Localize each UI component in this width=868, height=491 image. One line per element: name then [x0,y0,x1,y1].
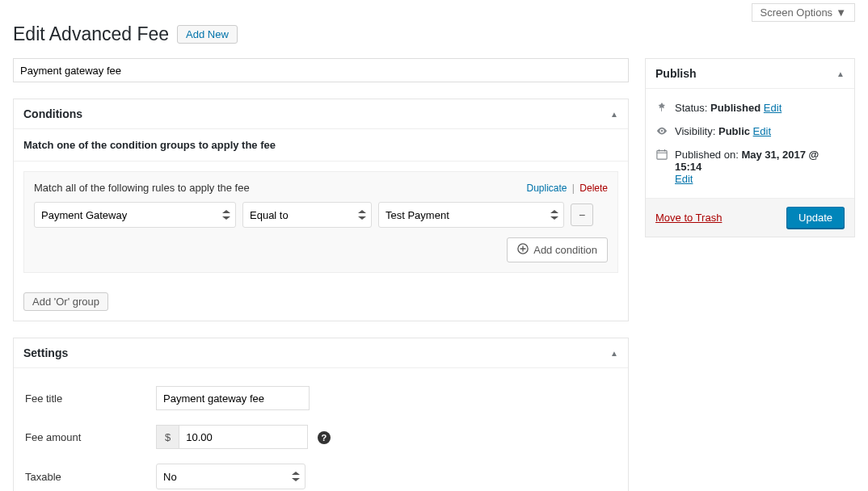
edit-published-link[interactable]: Edit [675,173,693,185]
plus-circle-icon [517,243,529,257]
collapse-conditions-icon[interactable]: ▲ [610,110,618,119]
status-label: Status: [675,102,707,114]
pin-icon [655,102,668,115]
help-icon[interactable]: ? [318,431,331,444]
conditions-panel-title: Conditions [23,107,82,120]
publish-panel-title: Publish [655,67,697,80]
move-to-trash-link[interactable]: Move to Trash [655,212,722,224]
edit-status-link[interactable]: Edit [764,102,782,114]
minus-icon: − [579,208,585,221]
conditions-intro: Match one of the condition groups to app… [14,129,628,162]
taxable-select[interactable]: No [156,464,305,489]
update-button[interactable]: Update [786,207,845,229]
visibility-label: Visibility: [675,125,715,137]
visibility-value: Public [718,125,750,137]
condition-field-select[interactable]: Payment Gateway [34,202,236,228]
fee-title-input[interactable] [156,386,310,410]
post-title-input[interactable] [13,58,629,82]
collapse-settings-icon[interactable]: ▲ [610,349,618,358]
calendar-icon [655,149,668,162]
condition-group-title: Match all of the following rules to appl… [34,182,250,194]
collapse-publish-icon[interactable]: ▲ [836,69,845,78]
add-condition-button[interactable]: Add condition [507,237,608,262]
edit-visibility-link[interactable]: Edit [753,125,771,137]
condition-row: Payment Gateway Equal to Test Payment − [34,202,608,228]
duplicate-group-link[interactable]: Duplicate [526,183,567,194]
condition-value-select[interactable]: Test Payment [378,202,564,228]
remove-condition-button[interactable]: − [571,204,593,226]
fee-amount-input[interactable] [179,425,308,449]
add-condition-label: Add condition [533,244,597,256]
settings-panel-title: Settings [23,346,68,359]
eye-icon [655,125,668,139]
separator: | [572,183,575,194]
page-title: Edit Advanced Fee [13,23,169,45]
conditions-panel: Conditions ▲ Match one of the condition … [13,99,629,321]
taxable-label: Taxable [25,457,154,491]
add-or-group-button[interactable]: Add 'Or' group [23,292,108,311]
fee-amount-label: Fee amount [25,418,154,455]
status-value: Published [710,102,761,114]
condition-operator-select[interactable]: Equal to [242,202,372,228]
condition-group: Match all of the following rules to appl… [23,171,618,273]
published-label: Published on: [675,149,739,161]
add-new-button[interactable]: Add New [177,25,238,44]
settings-panel: Settings ▲ Fee title Fee amount [13,338,629,491]
fee-title-label: Fee title [25,380,154,417]
currency-symbol: $ [156,425,179,449]
caret-down-icon: ▼ [836,6,846,19]
screen-options-button[interactable]: Screen Options ▼ [752,3,855,22]
publish-panel: Publish ▲ Status: Published Edit [645,58,855,237]
delete-group-link[interactable]: Delete [579,183,608,194]
screen-options-label: Screen Options [761,6,833,19]
svg-rect-1 [657,151,667,160]
